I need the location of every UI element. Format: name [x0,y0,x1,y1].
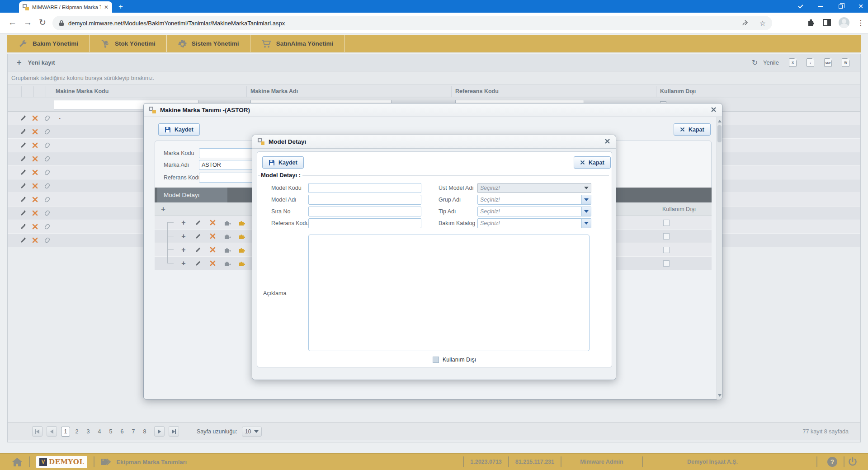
modal-scrollbar[interactable] [717,117,722,400]
aciklama-textarea[interactable] [308,235,590,351]
edit-pencil-icon[interactable] [17,197,29,203]
edit-pencil-icon[interactable] [191,233,205,240]
edit-pencil-icon[interactable] [17,237,29,244]
pager-page-6[interactable]: 6 [118,427,127,437]
model-save-button[interactable]: Kaydet [262,156,304,169]
window-close-icon[interactable]: ✕ [858,3,863,9]
attachment-paperclip-icon[interactable] [41,237,53,244]
export-csv-button[interactable]: csv [824,58,832,67]
export-pdf-button[interactable]: ↓ [807,58,814,67]
menu-bakim-yonetimi[interactable]: Bakım Yönetimi [7,35,90,52]
delete-x-icon[interactable] [205,220,220,226]
pager-prev-button[interactable] [47,426,57,437]
delete-x-icon[interactable] [205,233,220,239]
delete-x-icon[interactable] [29,197,41,202]
tab-close-icon[interactable]: ✕ [104,4,108,10]
edit-pencil-icon[interactable] [17,156,29,162]
scroll-up-icon[interactable] [718,120,722,122]
delete-x-icon[interactable] [29,115,41,121]
new-tab-button[interactable]: + [118,3,123,10]
window-minimize-icon[interactable] [818,6,823,7]
edit-pencil-icon[interactable] [17,142,29,149]
attachment-paperclip-icon[interactable] [41,223,53,230]
demyol-logo[interactable]: V DEMYOL [36,456,87,468]
puzzle-gray-icon[interactable] [220,260,234,267]
model-kodu-input[interactable] [308,183,421,193]
edit-pencil-icon[interactable] [17,129,29,135]
pager-page-5[interactable]: 5 [106,427,115,437]
new-record-button[interactable]: + Yeni kayıt [8,58,55,67]
grup-adi-select[interactable] [477,195,591,205]
brand-modal-close-icon[interactable] [711,106,717,114]
back-icon[interactable]: ← [8,18,17,27]
power-icon[interactable] [847,456,858,467]
column-header-kullanim-disi[interactable]: Kullanım Dışı [660,88,696,94]
pager-last-button[interactable] [169,426,179,437]
group-by-bar[interactable]: Gruplamak istediğiniz kolonu buraya sürü… [8,71,860,85]
brand-save-button[interactable]: Kaydet [158,123,200,136]
model-close-button[interactable]: Kapat [574,156,611,169]
model-adi-input[interactable] [308,195,421,205]
chevron-down-icon[interactable] [581,195,591,204]
pager-page-2[interactable]: 2 [72,427,81,437]
chevron-down-icon[interactable] [581,207,591,216]
delete-x-icon[interactable] [29,129,41,135]
chevron-down-icon[interactable] [581,183,591,193]
row-checkbox[interactable] [663,247,670,253]
tip-adi-select[interactable] [477,207,591,216]
column-header-marka-adi[interactable]: Makine Marka Adı [250,88,298,94]
forward-icon[interactable]: → [24,18,32,27]
export-word-button[interactable]: W [842,58,849,67]
edit-pencil-icon[interactable] [17,169,29,176]
kullanim-disi-checkbox[interactable] [433,357,439,363]
share-icon[interactable] [742,19,750,26]
model-modal-header[interactable]: Model Detayı [252,135,616,149]
puzzle-gold-icon[interactable] [234,220,249,226]
home-icon[interactable] [12,457,23,467]
pager-first-button[interactable] [32,426,42,437]
ust-model-adi-select[interactable] [477,183,591,193]
delete-x-icon[interactable] [29,142,41,148]
pager-page-3[interactable]: 3 [84,427,93,437]
bookmark-star-icon[interactable]: ☆ [760,19,766,28]
edit-pencil-icon[interactable] [191,220,205,226]
bakim-katalog-select[interactable] [477,218,591,228]
inner-add-button[interactable]: + [155,205,165,214]
puzzle-gray-icon[interactable] [220,247,234,253]
delete-x-icon[interactable] [29,169,41,175]
chevron-down-icon[interactable] [581,219,591,228]
export-excel-button[interactable]: X [789,58,797,67]
puzzle-gold-icon[interactable] [234,233,249,240]
brand-modal-header[interactable]: Makine Marka Tanımı -(ASTOR) [144,103,722,117]
pager-page-8[interactable]: 8 [140,427,149,437]
profile-avatar[interactable] [839,17,849,28]
window-restore-icon[interactable] [839,5,843,9]
attachment-paperclip-icon[interactable] [41,155,53,162]
refresh-button[interactable]: ↻ Yenile [752,58,779,67]
edit-pencil-icon[interactable] [17,183,29,189]
footer-user[interactable]: Mimware Admin [568,459,636,465]
attachment-paperclip-icon[interactable] [41,196,53,203]
delete-x-icon[interactable] [29,224,41,230]
kebab-menu-icon[interactable]: ⋮ [857,19,864,27]
extensions-icon[interactable] [807,19,815,27]
column-header-marka-kodu[interactable]: Makine Marka Kodu [56,88,108,94]
menu-satinalma-yonetimi[interactable]: SatınAlma Yönetimi [250,35,345,52]
delete-x-icon[interactable] [29,183,41,189]
pager-page-4[interactable]: 4 [95,427,104,437]
delete-x-icon[interactable] [29,210,41,216]
model-modal-close-icon[interactable] [604,138,610,146]
scroll-down-icon[interactable] [718,394,722,397]
edit-pencil-icon[interactable] [191,247,205,253]
sidebar-icon[interactable] [823,19,831,26]
attachment-paperclip-icon[interactable] [41,128,53,135]
address-bar[interactable]: demyol.mimware.net/Modules/BakimYonetimi… [52,16,772,30]
edit-pencil-icon[interactable] [17,224,29,230]
tab-model-detayi[interactable]: Model Detayı [157,188,227,202]
help-icon[interactable]: ? [827,457,837,467]
row-checkbox[interactable] [663,233,670,240]
row-checkbox[interactable] [663,220,670,226]
pager-page-7[interactable]: 7 [129,427,138,437]
puzzle-gray-icon[interactable] [220,233,234,240]
edit-pencil-icon[interactable] [191,260,205,267]
